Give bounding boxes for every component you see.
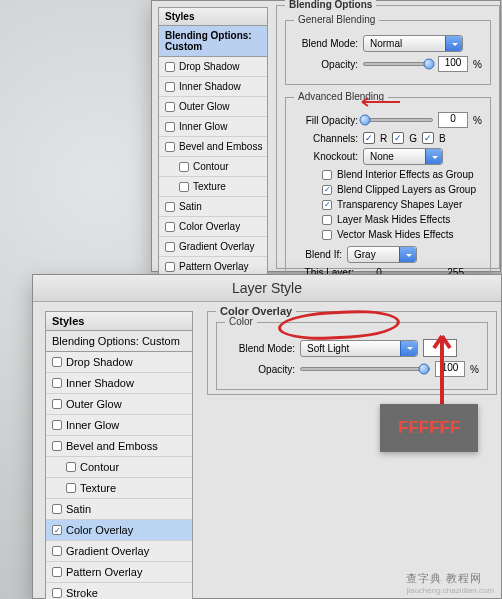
window-title: Layer Style [33,275,501,302]
style-item-texture[interactable]: Texture [46,478,192,499]
percent-label: % [473,115,482,126]
layer-mask-hides-checkbox[interactable] [322,215,332,225]
style-label: Texture [80,482,116,494]
style-label: Gradient Overlay [179,241,255,252]
color-group-label: Color [225,316,257,327]
blending-options-row[interactable]: Blending Options: Custom [46,331,192,352]
opt-label: Transparency Shapes Layer [337,199,462,210]
style-item-satin[interactable]: Satin [46,499,192,520]
opacity-label: Opacity: [225,364,295,375]
advanced-blending-group: Advanced Blending Fill Opacity: 0 % Chan… [285,97,491,291]
style-label: Texture [193,181,226,192]
style-item-drop-shadow[interactable]: Drop Shadow [46,352,192,373]
style-label: Gradient Overlay [66,545,149,557]
styles-header: Styles [159,8,267,26]
style-item-bevel-and-emboss[interactable]: Bevel and Emboss [46,436,192,457]
knockout-value: None [370,151,394,162]
callout-text: FFFFFF [398,418,460,437]
style-checkbox[interactable] [165,82,175,92]
style-checkbox[interactable] [52,399,62,409]
fill-opacity-input[interactable]: 0 [438,112,468,128]
style-label: Inner Glow [179,121,227,132]
style-item-drop-shadow[interactable]: Drop Shadow [159,57,267,77]
style-label: Inner Shadow [179,81,241,92]
style-label: Drop Shadow [179,61,240,72]
opt-label: Vector Mask Hides Effects [337,229,454,240]
style-label: Bevel and Emboss [179,141,262,152]
style-checkbox[interactable] [52,441,62,451]
style-checkbox[interactable] [52,378,62,388]
transparency-shapes-checkbox[interactable] [322,200,332,210]
style-checkbox[interactable] [52,546,62,556]
style-item-inner-shadow[interactable]: Inner Shadow [46,373,192,394]
style-item-inner-glow[interactable]: Inner Glow [46,415,192,436]
style-label: Satin [179,201,202,212]
style-checkbox[interactable] [165,62,175,72]
style-checkbox[interactable] [66,462,76,472]
style-checkbox[interactable] [165,102,175,112]
fill-opacity-slider[interactable] [363,118,433,122]
style-item-inner-shadow[interactable]: Inner Shadow [159,77,267,97]
channel-r-checkbox[interactable] [363,132,375,144]
style-item-inner-glow[interactable]: Inner Glow [159,117,267,137]
style-checkbox[interactable] [52,504,62,514]
style-label: Stroke [66,587,98,599]
style-item-pattern-overlay[interactable]: Pattern Overlay [46,562,192,583]
opt-label: Layer Mask Hides Effects [337,214,450,225]
opacity-slider[interactable] [300,367,430,371]
style-item-contour[interactable]: Contour [159,157,267,177]
style-checkbox[interactable] [179,162,189,172]
style-item-contour[interactable]: Contour [46,457,192,478]
style-checkbox[interactable] [52,420,62,430]
channel-g-checkbox[interactable] [392,132,404,144]
style-checkbox[interactable] [165,142,175,152]
style-checkbox[interactable] [52,567,62,577]
style-item-satin[interactable]: Satin [159,197,267,217]
fill-opacity-label: Fill Opacity: [294,115,358,126]
style-checkbox[interactable] [66,483,76,493]
style-item-outer-glow[interactable]: Outer Glow [46,394,192,415]
annotation-callout: FFFFFF [380,404,478,452]
style-label: Bevel and Emboss [66,440,158,452]
style-checkbox[interactable] [165,242,175,252]
blend-mode-select[interactable]: Normal [363,35,463,52]
channels-label: Channels: [294,133,358,144]
style-checkbox[interactable] [179,182,189,192]
opacity-slider[interactable] [363,62,433,66]
style-item-stroke[interactable]: Stroke [46,583,192,599]
style-item-color-overlay[interactable]: Color Overlay [46,520,192,541]
blend-clipped-checkbox[interactable] [322,185,332,195]
style-checkbox[interactable] [165,202,175,212]
styles-header: Styles [46,312,192,331]
percent-label: % [473,59,482,70]
general-blending-label: General Blending [294,14,379,25]
blending-options-selected[interactable]: Blending Options: Custom [159,26,267,57]
opacity-label: Opacity: [294,59,358,70]
annotation-arrow-icon [424,328,464,412]
style-checkbox[interactable] [52,357,62,367]
style-checkbox[interactable] [52,588,62,598]
style-label: Contour [193,161,229,172]
style-item-color-overlay[interactable]: Color Overlay [159,217,267,237]
style-checkbox[interactable] [165,262,175,272]
style-item-gradient-overlay[interactable]: Gradient Overlay [46,541,192,562]
style-item-bevel-and-emboss[interactable]: Bevel and Emboss [159,137,267,157]
opacity-input[interactable]: 100 [438,56,468,72]
style-label: Drop Shadow [66,356,133,368]
knockout-select[interactable]: None [363,148,443,165]
style-checkbox[interactable] [52,525,62,535]
style-checkbox[interactable] [165,122,175,132]
style-label: Contour [80,461,119,473]
channel-b-checkbox[interactable] [422,132,434,144]
blendif-select[interactable]: Gray [347,246,417,263]
vector-mask-hides-checkbox[interactable] [322,230,332,240]
blend-interior-checkbox[interactable] [322,170,332,180]
style-label: Inner Glow [66,419,119,431]
style-item-outer-glow[interactable]: Outer Glow [159,97,267,117]
annotation-arrow-icon [356,96,402,108]
style-label: Pattern Overlay [179,261,248,272]
blend-mode-select[interactable]: Soft Light [300,340,418,357]
style-item-texture[interactable]: Texture [159,177,267,197]
style-checkbox[interactable] [165,222,175,232]
style-item-gradient-overlay[interactable]: Gradient Overlay [159,237,267,257]
